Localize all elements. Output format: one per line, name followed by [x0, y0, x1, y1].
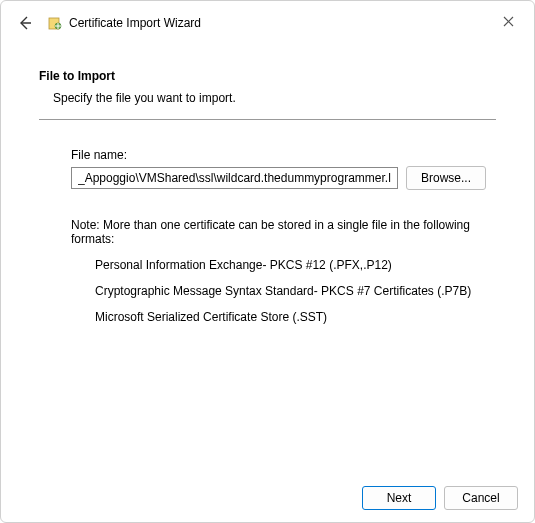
file-name-label: File name: — [71, 148, 486, 162]
browse-button[interactable]: Browse... — [406, 166, 486, 190]
separator — [39, 119, 496, 120]
file-row: Browse... — [71, 166, 486, 190]
certificate-wizard-icon — [47, 15, 63, 31]
page-heading: File to Import — [39, 69, 496, 83]
note-block: Note: More than one certificate can be s… — [39, 218, 496, 324]
note-item: Microsoft Serialized Certificate Store (… — [95, 310, 486, 324]
note-item: Cryptographic Message Syntax Standard- P… — [95, 284, 486, 298]
back-button[interactable] — [13, 11, 37, 35]
page-subheading: Specify the file you want to import. — [39, 91, 496, 105]
file-name-input[interactable] — [71, 167, 398, 189]
note-item: Personal Information Exchange- PKCS #12 … — [95, 258, 486, 272]
wizard-content: File to Import Specify the file you want… — [1, 45, 534, 324]
cancel-button[interactable]: Cancel — [444, 486, 518, 510]
note-list: Personal Information Exchange- PKCS #12 … — [71, 258, 486, 324]
window-title: Certificate Import Wizard — [69, 16, 201, 30]
wizard-footer: Next Cancel — [362, 486, 518, 510]
file-field-block: File name: Browse... — [39, 148, 496, 190]
titlebar: Certificate Import Wizard — [1, 1, 534, 45]
next-button[interactable]: Next — [362, 486, 436, 510]
close-icon — [503, 16, 514, 27]
close-button[interactable] — [490, 7, 526, 35]
note-intro: Note: More than one certificate can be s… — [71, 218, 486, 246]
arrow-left-icon — [17, 15, 33, 31]
